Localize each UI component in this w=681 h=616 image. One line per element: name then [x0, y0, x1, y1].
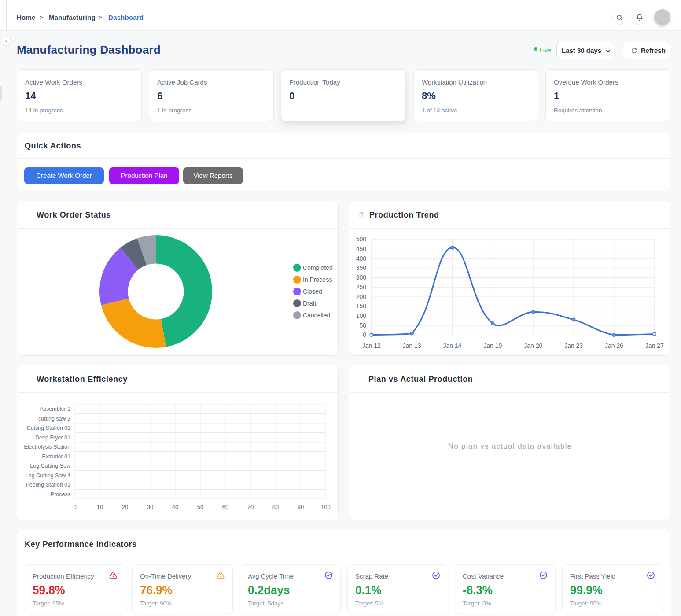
- svg-text:300: 300: [356, 274, 367, 281]
- svg-text:450: 450: [356, 245, 367, 252]
- svg-text:30: 30: [147, 504, 153, 510]
- svg-text:Process: Process: [51, 491, 70, 498]
- svg-text:Electrolysis Station: Electrolysis Station: [24, 444, 70, 450]
- svg-text:Jan 14: Jan 14: [443, 342, 461, 349]
- svg-text:500: 500: [356, 236, 367, 243]
- svg-text:350: 350: [356, 264, 367, 271]
- svg-text:Deep Fryer 01: Deep Fryer 01: [35, 435, 70, 441]
- svg-text:50: 50: [359, 322, 366, 329]
- svg-text:Log Cutting Saw 4: Log Cutting Saw 4: [26, 472, 70, 479]
- svg-text:Assembler 1: Assembler 1: [40, 406, 71, 412]
- svg-text:40: 40: [172, 504, 178, 510]
- svg-text:Jan 27: Jan 27: [645, 342, 664, 349]
- svg-text:0: 0: [363, 331, 366, 338]
- svg-text:20: 20: [122, 504, 128, 510]
- svg-text:10: 10: [97, 504, 103, 510]
- svg-text:Extruder 01: Extruder 01: [42, 454, 70, 460]
- svg-text:200: 200: [356, 293, 367, 300]
- svg-text:400: 400: [356, 255, 367, 262]
- svg-text:Jan 12: Jan 12: [362, 342, 381, 349]
- svg-text:Jan 26: Jan 26: [605, 342, 623, 349]
- svg-text:Jan 20: Jan 20: [524, 342, 542, 349]
- svg-text:90: 90: [298, 504, 304, 510]
- svg-text:80: 80: [272, 504, 279, 510]
- svg-text:Jan 13: Jan 13: [403, 342, 421, 349]
- svg-text:Log Cutting Saw: Log Cutting Saw: [30, 463, 71, 469]
- svg-text:0: 0: [73, 504, 76, 510]
- svg-text:Jan 23: Jan 23: [564, 342, 583, 349]
- svg-text:Jan 19: Jan 19: [483, 342, 502, 349]
- svg-text:70: 70: [247, 504, 254, 510]
- svg-text:60: 60: [222, 504, 228, 510]
- svg-text:150: 150: [356, 302, 367, 310]
- svg-text:50: 50: [197, 504, 203, 510]
- svg-text:Cutting Station 01: Cutting Station 01: [27, 425, 70, 431]
- svg-text:100: 100: [321, 504, 331, 510]
- svg-text:cutting saw 3: cutting saw 3: [38, 416, 70, 422]
- svg-text:100: 100: [356, 312, 367, 319]
- svg-text:250: 250: [356, 284, 367, 291]
- svg-text:Peeling Station 01: Peeling Station 01: [26, 482, 71, 488]
